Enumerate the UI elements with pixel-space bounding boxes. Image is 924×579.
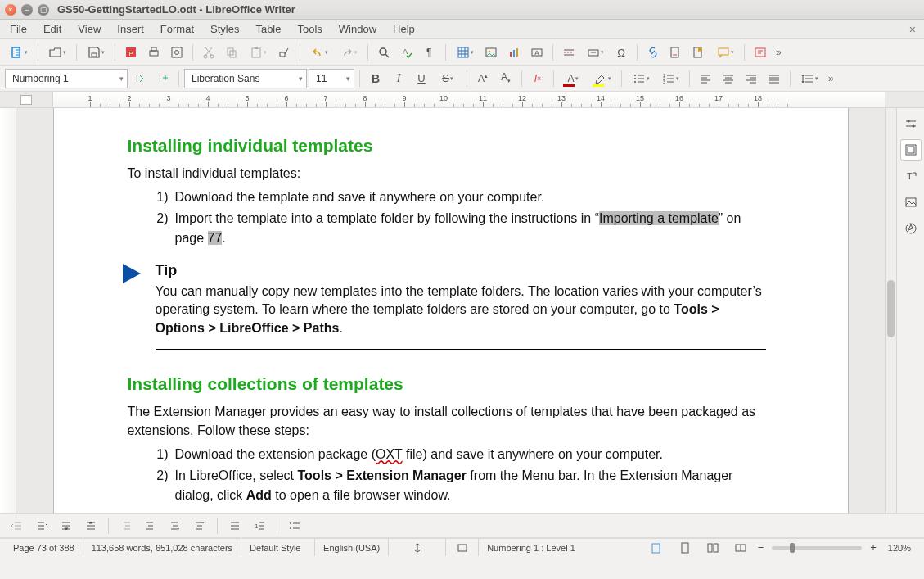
superscript-button[interactable]: A▴ [472, 68, 494, 89]
menu-insert[interactable]: Insert [109, 20, 152, 38]
menu-view[interactable]: View [70, 20, 109, 38]
new-style-button[interactable]: I [152, 68, 174, 89]
document-close-icon[interactable]: × [909, 23, 916, 36]
align-center-button[interactable] [718, 68, 739, 89]
line-spacing-button[interactable]: ▾ [796, 68, 823, 89]
copy-button[interactable] [221, 42, 242, 63]
track-changes-button[interactable] [750, 42, 771, 63]
window-minimize-button[interactable]: – [21, 4, 33, 16]
toolbar-overflow-icon[interactable]: » [773, 47, 785, 58]
spellcheck-button[interactable]: A [396, 42, 417, 63]
move-sub-down-button[interactable] [165, 515, 186, 536]
page-break-button[interactable] [558, 42, 579, 63]
zoom-slider[interactable] [772, 546, 862, 550]
vertical-scrollbar[interactable] [885, 108, 896, 513]
status-insert-mode[interactable] [389, 539, 446, 556]
subscript-button[interactable]: A▾ [495, 68, 516, 89]
move-down-button[interactable] [56, 515, 77, 536]
sidebar-settings-icon[interactable] [900, 113, 922, 134]
open-button[interactable]: ▾ [43, 42, 71, 63]
bold-button[interactable]: B [365, 68, 386, 89]
insert-chart-button[interactable] [503, 42, 525, 63]
menu-format[interactable]: Format [152, 20, 202, 38]
print-button[interactable] [143, 42, 165, 63]
no-number-button[interactable] [224, 515, 246, 536]
view-book-icon[interactable] [727, 539, 755, 556]
demote-one-button[interactable] [7, 515, 28, 536]
move-up-button[interactable] [80, 515, 101, 536]
bullet-list-button[interactable]: ▾ [627, 68, 655, 89]
format-toolbar-overflow-icon[interactable]: » [825, 73, 837, 84]
view-multi-page-icon[interactable] [699, 539, 727, 556]
italic-button[interactable]: I [388, 68, 409, 89]
menu-tools[interactable]: Tools [289, 20, 330, 38]
bullets-button[interactable] [284, 515, 305, 536]
footnote-button[interactable] [665, 42, 687, 63]
clear-formatting-button[interactable]: I× [527, 68, 548, 89]
menu-help[interactable]: Help [385, 20, 423, 38]
restart-number-button[interactable]: 1. [249, 515, 270, 536]
special-char-button[interactable]: Ω [611, 42, 632, 63]
status-wordcount[interactable]: 113,658 words, 651,028 characters [83, 539, 241, 556]
window-maximize-button[interactable]: ▢ [38, 4, 49, 16]
cut-button[interactable] [198, 42, 219, 63]
status-language[interactable]: English (USA) [315, 539, 389, 556]
strike-button[interactable]: S▾ [434, 68, 462, 89]
document-area[interactable]: Installing individual templates To insta… [16, 108, 885, 513]
menu-edit[interactable]: Edit [35, 20, 70, 38]
print-preview-button[interactable] [166, 42, 187, 63]
font-size-combo[interactable]: 11▾ [309, 69, 354, 88]
zoom-slider-thumb[interactable] [790, 543, 795, 553]
insert-field-button[interactable]: ▾ [581, 42, 609, 63]
status-pagestyle[interactable]: Default Style [241, 539, 315, 556]
menu-styles[interactable]: Styles [202, 20, 247, 38]
undo-button[interactable]: ▾ [305, 42, 333, 63]
insert-table-button[interactable]: ▾ [451, 42, 479, 63]
save-button[interactable]: ▾ [82, 42, 110, 63]
menu-window[interactable]: Window [331, 20, 385, 38]
status-signature-icon[interactable] [643, 539, 671, 556]
update-style-button[interactable]: I [129, 68, 151, 89]
insert-image-button[interactable] [480, 42, 502, 63]
demote-sub-button[interactable] [115, 515, 137, 536]
find-button[interactable] [373, 42, 394, 63]
paste-button[interactable]: ▾ [244, 42, 272, 63]
status-page[interactable]: Page 73 of 388 [5, 539, 83, 556]
underline-button[interactable]: U [411, 68, 432, 89]
number-list-button[interactable]: 123▾ [656, 68, 684, 89]
formatting-marks-button[interactable]: ¶ [419, 42, 440, 63]
promote-one-button[interactable] [31, 515, 52, 536]
vertical-ruler[interactable] [0, 108, 16, 513]
highlight-button[interactable]: ▾ [588, 68, 616, 89]
comment-button[interactable]: ▾ [711, 42, 739, 63]
redo-button[interactable]: ▾ [335, 42, 363, 63]
font-name-combo[interactable]: Liberation Sans▾ [184, 69, 307, 88]
horizontal-ruler[interactable]: 123456789101112131415161718 [53, 92, 885, 107]
export-pdf-button[interactable]: P [120, 42, 142, 63]
status-selection-mode[interactable] [446, 539, 479, 556]
move-sub-up-button[interactable] [189, 515, 210, 536]
new-button[interactable]: ▾ [5, 42, 33, 63]
view-single-page-icon[interactable] [671, 539, 699, 556]
sidebar-properties-icon[interactable] [900, 139, 922, 161]
sidebar-navigator-icon[interactable] [900, 218, 922, 239]
status-zoom[interactable]: 120% [880, 539, 919, 556]
font-color-button[interactable]: A▾ [559, 68, 587, 89]
align-left-button[interactable] [695, 68, 716, 89]
window-close-button[interactable]: × [5, 4, 16, 16]
promote-sub-button[interactable] [140, 515, 161, 536]
zoom-out-button[interactable]: − [755, 541, 768, 554]
hyperlink-button[interactable] [642, 42, 664, 63]
menu-table[interactable]: Table [247, 20, 289, 38]
paragraph-style-combo[interactable]: Numbering 1▾ [5, 69, 128, 88]
sidebar-gallery-icon[interactable] [900, 192, 922, 213]
align-right-button[interactable] [741, 68, 762, 89]
zoom-in-button[interactable]: + [867, 541, 880, 554]
menu-file[interactable]: File [2, 20, 35, 38]
insert-textbox-button[interactable]: A [526, 42, 548, 63]
align-justify-button[interactable] [764, 68, 785, 89]
sidebar-styles-icon[interactable]: T [900, 165, 922, 187]
clone-formatting-button[interactable] [273, 42, 295, 63]
bookmark-button[interactable] [688, 42, 710, 63]
scrollbar-thumb[interactable] [887, 280, 895, 337]
